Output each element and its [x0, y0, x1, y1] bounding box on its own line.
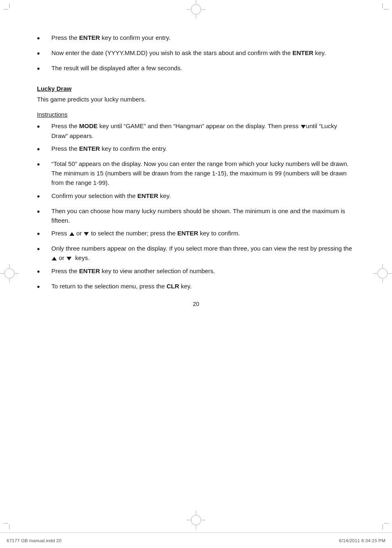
reg-mark-bottom-left — [3, 517, 16, 530]
bullet-text: The result will be displayed after a few… — [51, 63, 355, 73]
list-item: • To return to the selection menu, press… — [37, 281, 355, 293]
lucky-draw-title: Lucky Draw — [37, 85, 71, 92]
bold-text: MODE — [79, 122, 98, 129]
triangle-down-icon — [301, 125, 306, 129]
bullet-dot: • — [37, 265, 40, 278]
list-item: • Now enter the date (YYYY.MM.DD) you wi… — [37, 48, 355, 60]
instructions-bullet-list: • Press the MODE key until “GAME” and th… — [37, 121, 355, 293]
bullet-text: Press the ENTER key to view another sele… — [51, 266, 355, 276]
bold-text: ENTER — [178, 230, 198, 237]
page-number: 20 — [37, 301, 355, 307]
list-item: • Press the ENTER key to view another se… — [37, 266, 355, 278]
bullet-text: Press the MODE key until “GAME” and then… — [51, 121, 355, 140]
list-item: • Then you can choose how many lucky num… — [37, 206, 355, 226]
svg-point-8 — [191, 5, 201, 14]
reg-mark-top-right — [376, 3, 389, 16]
bullet-text: Confirm your selection with the ENTER ke… — [51, 191, 355, 200]
bullet-dot: • — [37, 143, 40, 156]
triangle-down-icon — [84, 232, 89, 236]
bullet-dot: • — [37, 228, 40, 240]
bullet-dot: • — [37, 205, 40, 218]
list-item: • Press the ENTER key to confirm the ent… — [37, 144, 355, 156]
reg-mark-bottom-right — [376, 517, 389, 530]
bullet-text: Press or to select the number; press the… — [51, 228, 355, 238]
footer-left: 67177 GB manual.indd 20 — [7, 538, 62, 543]
triangle-up-icon — [69, 232, 74, 236]
crosshair-right — [373, 264, 392, 284]
bullet-text: To return to the selection menu, press t… — [51, 281, 355, 291]
bullet-dot: • — [37, 62, 40, 75]
bullet-text: Press the ENTER key to confirm your entr… — [51, 33, 355, 42]
bullet-text: Now enter the date (YYYY.MM.DD) you wish… — [51, 48, 355, 58]
top-bullet-list: • Press the ENTER key to confirm your en… — [37, 33, 355, 75]
bullet-dot: • — [37, 32, 40, 45]
instructions-label: Instructions — [37, 111, 355, 118]
bullet-text: Press the ENTER key to confirm the entry… — [51, 144, 355, 153]
bold-text: ENTER — [293, 49, 314, 56]
footer-bar: 67177 GB manual.indd 20 6/14/2011 6:34:1… — [0, 532, 392, 548]
bullet-dot: • — [37, 158, 40, 171]
bullet-dot: • — [37, 281, 40, 293]
lucky-draw-heading: Lucky Draw — [37, 85, 355, 92]
svg-point-18 — [5, 269, 14, 279]
bullet-dot: • — [37, 120, 40, 133]
triangle-up-icon — [52, 257, 57, 260]
bullet-dot: • — [37, 190, 40, 203]
list-item: • The result will be displayed after a f… — [37, 63, 355, 75]
bullet-text: Then you can choose how many lucky numbe… — [51, 206, 355, 226]
bold-text: ENTER — [79, 267, 100, 274]
triangle-down-icon — [67, 257, 71, 260]
bold-text: ENTER — [79, 145, 100, 152]
bullet-dot: • — [37, 243, 40, 256]
crosshair-top — [187, 0, 205, 20]
crosshair-left — [0, 264, 19, 284]
svg-point-23 — [378, 269, 387, 279]
list-item: • Press or to select the number; press t… — [37, 228, 355, 240]
list-item: • Only three numbers appear on the displ… — [37, 244, 355, 263]
list-item: • Press the MODE key until “GAME” and th… — [37, 121, 355, 140]
bold-text: ENTER — [79, 34, 100, 41]
bullet-text: “Total 50” appears on the display. Now y… — [51, 159, 355, 188]
content-area: • Press the ENTER key to confirm your en… — [37, 33, 355, 515]
bold-text: CLR — [166, 283, 179, 290]
bullet-text: Only three numbers appear on the display… — [51, 244, 355, 263]
list-item: • “Total 50” appears on the display. Now… — [37, 159, 355, 188]
page-container: • Press the ENTER key to confirm your en… — [0, 0, 392, 548]
list-item: • Confirm your selection with the ENTER … — [37, 191, 355, 203]
svg-point-13 — [191, 515, 201, 525]
footer-right: 6/14/2011 6:34:15 PM — [339, 538, 385, 543]
bold-text: ENTER — [137, 192, 158, 199]
lucky-draw-intro: This game predicts your lucky numbers. — [37, 94, 355, 104]
reg-mark-top-left — [3, 3, 16, 16]
list-item: • Press the ENTER key to confirm your en… — [37, 33, 355, 45]
bullet-dot: • — [37, 47, 40, 60]
